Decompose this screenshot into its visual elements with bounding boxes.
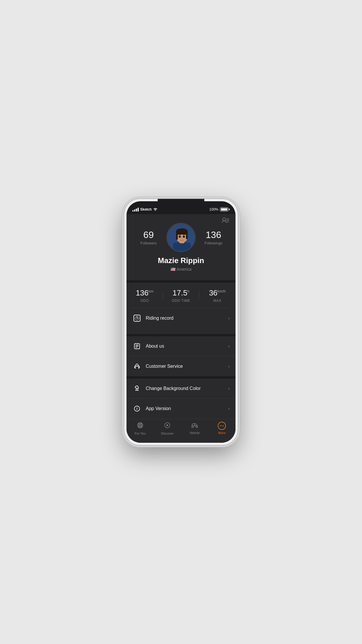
customer-service-chevron: ›: [228, 364, 230, 369]
tab-vehicle[interactable]: Vehicle: [181, 422, 208, 435]
signal-bar-4: [138, 208, 139, 211]
odo-time-value: 17.5h: [163, 288, 199, 298]
svg-point-13: [179, 235, 181, 238]
svg-point-14: [183, 235, 185, 238]
change-background-chevron: ›: [228, 386, 230, 391]
discover-icon: [164, 422, 171, 430]
riding-record-icon: [132, 314, 142, 323]
svg-point-16: [184, 236, 184, 237]
vehicle-icon: [191, 422, 198, 430]
contacts-icon[interactable]: [222, 217, 230, 226]
followers-label: Followers: [132, 241, 165, 245]
tab-more[interactable]: More: [208, 422, 236, 435]
phone-shell: Sketch 100%: [124, 199, 238, 445]
change-background-icon: [132, 384, 142, 393]
odo-max-value: 36km/h: [199, 288, 236, 298]
change-background-text: Change Background Color: [146, 386, 228, 391]
for-you-icon: [137, 422, 144, 430]
odo-row: 136km ODO 17.5h ODO TIME 36km/h: [126, 288, 236, 303]
customer-service-text: Customer Service: [146, 364, 228, 369]
status-right: 100%: [209, 207, 230, 211]
user-location: 🇺🇸 America: [171, 267, 191, 272]
wifi-icon: [153, 207, 158, 212]
tab-for-you[interactable]: For You: [126, 422, 154, 435]
riding-record-chevron: ›: [228, 316, 230, 321]
svg-rect-12: [176, 231, 188, 235]
odo-distance: 136km ODO: [126, 288, 163, 303]
odo-time-label: ODO TIME: [163, 299, 199, 303]
profile-section: 69 Followers: [132, 217, 230, 274]
about-us-chevron: ›: [228, 344, 230, 349]
odo-distance-label: ODO: [126, 299, 163, 303]
followings-label: Followings: [197, 241, 230, 245]
svg-point-34: [167, 425, 168, 426]
battery-body: [220, 207, 228, 211]
about-us-item[interactable]: About us ›: [126, 336, 236, 356]
phone-screen: Sketch 100%: [126, 201, 236, 443]
followers-stat[interactable]: 69 Followers: [132, 230, 165, 245]
svg-point-38: [220, 426, 221, 426]
about-us-text: About us: [146, 344, 228, 349]
battery-indicator: [220, 207, 230, 211]
more-label: More: [218, 431, 226, 435]
svg-point-27: [137, 407, 137, 408]
followings-count: 136: [197, 230, 230, 240]
svg-point-40: [223, 426, 224, 426]
app-version-icon: [132, 404, 142, 413]
more-icon-active: [218, 422, 226, 430]
avatar: [166, 223, 196, 252]
profile-header: 69 Followers: [126, 214, 236, 280]
svg-point-35: [192, 426, 194, 428]
discover-label: Discover: [161, 432, 174, 435]
vehicle-label: Vehicle: [189, 431, 200, 435]
signal-bar-2: [134, 209, 135, 211]
odo-distance-value: 136km: [126, 288, 163, 298]
stats-row: 69 Followers: [132, 223, 230, 252]
notch: [158, 199, 204, 208]
tab-bar: For You Discover: [126, 419, 236, 443]
followings-stat[interactable]: 136 Followings: [197, 230, 230, 245]
avatar-container[interactable]: [165, 223, 197, 252]
odo-time: 17.5h ODO TIME: [163, 288, 199, 303]
customer-service-icon: [132, 362, 142, 371]
svg-point-36: [196, 426, 198, 428]
change-background-item[interactable]: Change Background Color ›: [126, 379, 236, 399]
svg-point-0: [223, 218, 226, 221]
app-version-chevron: ›: [228, 406, 230, 411]
app-version-text: App Version: [146, 406, 228, 411]
settings-section: Change Background Color › App Version ›: [126, 379, 236, 419]
odo-max: 36km/h MAX: [199, 288, 236, 303]
svg-point-39: [222, 426, 222, 426]
tab-discover[interactable]: Discover: [154, 422, 181, 435]
odo-section: 136km ODO 17.5h ODO TIME 36km/h: [126, 283, 236, 334]
followers-count: 69: [132, 230, 165, 240]
svg-line-37: [194, 424, 195, 426]
status-left: Sketch: [132, 207, 158, 212]
svg-point-15: [180, 236, 180, 237]
scroll-content: 69 Followers: [126, 214, 236, 419]
riding-record-item[interactable]: Riding record ›: [126, 308, 236, 328]
customer-service-item[interactable]: Customer Service ›: [126, 356, 236, 376]
battery-percent: 100%: [209, 207, 218, 211]
for-you-label: For You: [135, 432, 146, 435]
signal-bar-3: [136, 209, 137, 211]
location-text: America: [177, 267, 191, 272]
signal-bars: [132, 208, 139, 211]
riding-record-text: Riding record: [146, 316, 228, 321]
battery-tip: [229, 209, 230, 210]
flag-emoji: 🇺🇸: [171, 267, 175, 272]
signal-bar-1: [132, 210, 133, 211]
battery-fill: [221, 208, 227, 211]
user-name: Mazie Rippin: [158, 256, 204, 265]
about-section: About us › Customer Serv: [126, 336, 236, 376]
about-us-icon: [132, 342, 142, 351]
odo-max-label: MAX: [199, 299, 236, 303]
carrier-label: Sketch: [140, 207, 152, 211]
app-version-item[interactable]: App Version ›: [126, 399, 236, 419]
